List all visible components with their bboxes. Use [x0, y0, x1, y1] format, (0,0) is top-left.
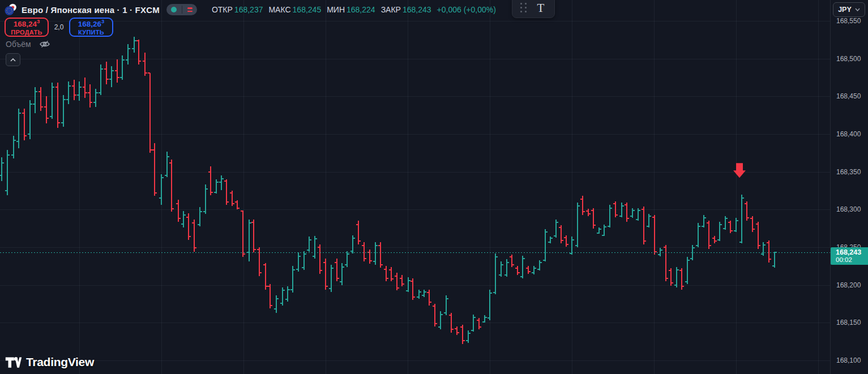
volume-indicator-label[interactable]: Объём [6, 40, 31, 49]
price-axis-separator [830, 0, 831, 374]
floating-toolbar: T [512, 0, 555, 18]
chart-legend: Евро / Японская иена · 1 · FXCM ОТКР168,… [5, 3, 496, 16]
collapse-legend-button[interactable] [6, 53, 20, 66]
buy-price: 168,263 [78, 19, 105, 28]
open-value: ОТКР168,237 [212, 5, 263, 14]
symbol-title[interactable]: Евро / Японская иена · 1 · FXCM [22, 5, 160, 15]
drag-handle-icon[interactable] [520, 3, 527, 12]
price-axis-label: 168,450 [836, 92, 861, 100]
price-axis-label: 168,300 [836, 205, 861, 213]
current-price-value: 168,243 [836, 248, 868, 256]
ohlc-bars [0, 37, 777, 344]
tradingview-logo-icon [5, 354, 22, 369]
price-axis-label: 168,150 [836, 319, 861, 326]
market-open-dot-icon [171, 7, 177, 12]
current-price-label: 168,243 00:02 [831, 247, 868, 265]
chart-grid [0, 0, 830, 374]
market-status-pill[interactable] [166, 4, 197, 15]
currency-label: JPY [838, 6, 852, 14]
high-value: МАКС168,245 [268, 5, 321, 14]
price-axis-label: 168,500 [836, 55, 861, 63]
tradingview-logo-text: TradingView [26, 355, 94, 369]
trade-panel: 168,243 ПРОДАТЬ 2,0 168,263 КУПИТЬ [5, 18, 113, 37]
eye-slash-icon[interactable] [39, 40, 50, 49]
tradingview-chart-window: Евро / Японская иена · 1 · FXCM ОТКР168,… [0, 0, 868, 374]
price-axis-label: 168,100 [836, 356, 861, 364]
arrow-down-marker[interactable] [733, 163, 746, 178]
close-value: ЗАКР168,243 [381, 5, 431, 14]
low-value: МИН168,224 [327, 5, 375, 14]
symbol-pair-icon [5, 3, 17, 16]
price-axis-label: 168,350 [836, 168, 861, 176]
price-axis-label: 168,400 [836, 130, 861, 138]
sell-button[interactable]: 168,243 ПРОДАТЬ [5, 18, 49, 37]
pill-divider [182, 6, 182, 14]
delayed-data-icon [187, 7, 193, 12]
volume-indicator-row: Объём [6, 40, 50, 49]
sell-price: 168,243 [14, 19, 40, 28]
price-chart[interactable] [0, 0, 868, 374]
price-axis-label: 168,200 [836, 281, 861, 289]
currency-dropdown[interactable]: JPY [833, 2, 865, 17]
change-value: +0,006 (+0,00%) [437, 5, 496, 14]
chevron-down-icon [855, 8, 860, 11]
bar-countdown: 00:02 [836, 256, 868, 263]
price-axis-label: 168,550 [836, 17, 861, 25]
ohlc-values: ОТКР168,237 МАКС168,245 МИН168,224 ЗАКР1… [212, 5, 496, 14]
chevron-up-icon [10, 58, 16, 62]
tradingview-watermark[interactable]: TradingView [5, 354, 94, 369]
spread-value: 2,0 [49, 23, 69, 31]
buy-button[interactable]: 168,263 КУПИТЬ [69, 18, 113, 37]
text-tool-icon[interactable]: T [527, 1, 554, 15]
